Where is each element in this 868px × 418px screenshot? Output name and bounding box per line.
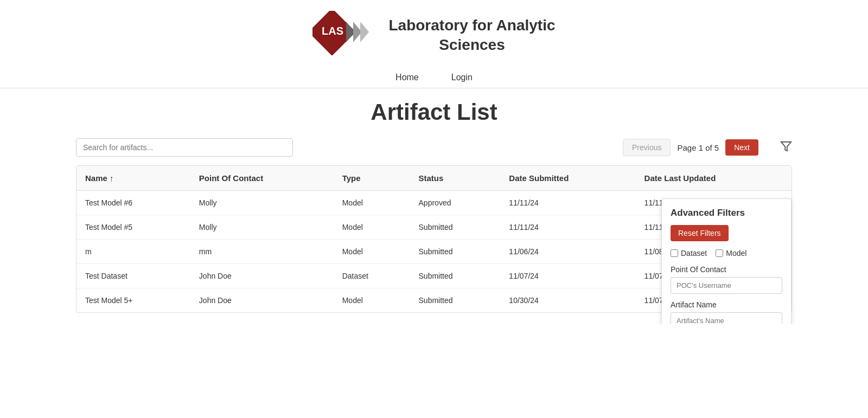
cell-date_submitted: 11/06/24 — [500, 240, 635, 264]
filter-checkboxes: Dataset Model — [671, 249, 782, 258]
col-name: Name ↑ — [76, 166, 190, 191]
col-date-submitted: Date Submitted — [500, 166, 635, 191]
cell-type: Model — [334, 288, 410, 313]
table-container: Name ↑ Point Of Contact Type Status Date… — [76, 165, 792, 313]
prev-button[interactable]: Previous — [623, 139, 671, 156]
poc-filter-label: Point Of Contact — [671, 265, 782, 274]
filter-dataset[interactable]: Dataset — [671, 249, 707, 258]
cell-poc: Molly — [190, 215, 334, 240]
pagination-info: Page 1 of 5 — [677, 143, 719, 152]
col-poc: Point Of Contact — [190, 166, 334, 191]
pagination: Previous Page 1 of 5 Next — [623, 139, 758, 156]
artifact-name-filter-input[interactable] — [671, 312, 782, 324]
col-status: Status — [410, 166, 501, 191]
search-input[interactable] — [76, 138, 293, 157]
svg-text:LAS: LAS — [322, 25, 343, 37]
cell-poc: mm — [190, 240, 334, 264]
table-header-row: Name ↑ Point Of Contact Type Status Date… — [76, 166, 792, 191]
cell-date_submitted: 11/07/24 — [500, 264, 635, 288]
cell-type: Model — [334, 191, 410, 215]
reset-filters-button[interactable]: Reset Filters — [671, 225, 729, 241]
cell-poc: Molly — [190, 191, 334, 215]
filter-artifact-name-section: Artifact Name — [671, 300, 782, 324]
artifact-name-filter-label: Artifact Name — [671, 300, 782, 309]
cell-date_submitted: 10/30/24 — [500, 288, 635, 313]
poc-filter-input[interactable] — [671, 277, 782, 294]
nav-home[interactable]: Home — [395, 73, 419, 82]
cell-status: Submitted — [410, 215, 501, 240]
filter-icon[interactable] — [780, 140, 792, 155]
cell-name: Test Model 5+ — [76, 288, 190, 313]
cell-date_submitted: 11/11/24 — [500, 215, 635, 240]
svg-marker-4 — [360, 22, 369, 42]
main-content: Artifact List Previous Page 1 of 5 Next … — [54, 88, 814, 324]
col-type: Type — [334, 166, 410, 191]
cell-name: Test Dataset — [76, 264, 190, 288]
site-title: Laboratory for Analytic Sciences — [388, 16, 555, 55]
cell-status: Submitted — [410, 240, 501, 264]
dataset-checkbox[interactable] — [671, 249, 678, 257]
dataset-label: Dataset — [681, 249, 707, 258]
cell-poc: John Doe — [190, 288, 334, 313]
col-date-updated: Date Last Updated — [636, 166, 792, 191]
filters-title: Advanced Filters — [671, 208, 782, 218]
toolbar: Previous Page 1 of 5 Next — [76, 138, 792, 157]
cell-name: Test Model #5 — [76, 215, 190, 240]
cell-type: Model — [334, 240, 410, 264]
cell-date_submitted: 11/11/24 — [500, 191, 635, 215]
model-label: Model — [726, 249, 746, 258]
filter-model[interactable]: Model — [716, 249, 746, 258]
page-title: Artifact List — [76, 99, 792, 125]
cell-type: Model — [334, 215, 410, 240]
cell-type: Dataset — [334, 264, 410, 288]
cell-status: Submitted — [410, 288, 501, 313]
model-checkbox[interactable] — [716, 249, 723, 257]
cell-name: Test Model #6 — [76, 191, 190, 215]
svg-marker-5 — [781, 142, 791, 151]
cell-name: m — [76, 240, 190, 264]
filter-poc-section: Point Of Contact — [671, 265, 782, 294]
header-top: LAS Laboratory for Analytic Sciences — [312, 11, 555, 60]
site-header: LAS Laboratory for Analytic Sciences Hom… — [0, 0, 868, 88]
site-logo: LAS — [312, 11, 378, 60]
cell-status: Submitted — [410, 264, 501, 288]
main-nav: Home Login — [395, 73, 473, 82]
next-button[interactable]: Next — [725, 139, 758, 156]
cell-status: Approved — [410, 191, 501, 215]
nav-login[interactable]: Login — [451, 73, 473, 82]
advanced-filters-panel: Advanced Filters Reset Filters Dataset M… — [661, 198, 792, 324]
cell-poc: John Doe — [190, 264, 334, 288]
